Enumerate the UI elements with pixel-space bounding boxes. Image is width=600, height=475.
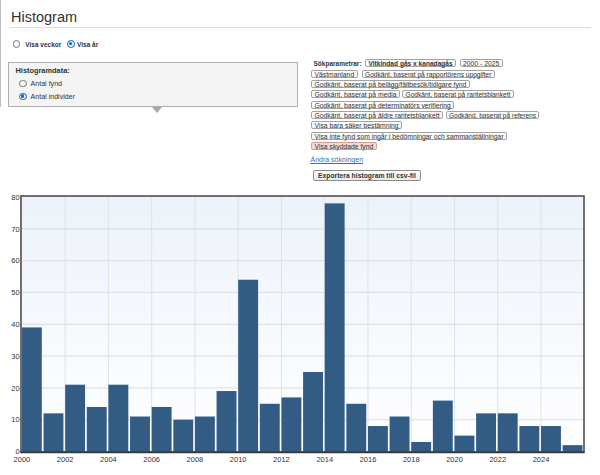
svg-text:20: 20	[11, 384, 19, 393]
svg-text:2024: 2024	[533, 455, 550, 464]
svg-text:60: 60	[11, 256, 19, 265]
svg-text:2022: 2022	[489, 455, 506, 464]
svg-text:2002: 2002	[57, 455, 74, 464]
svg-text:50: 50	[11, 288, 19, 297]
svg-text:2014: 2014	[316, 455, 333, 464]
svg-text:2018: 2018	[403, 455, 420, 464]
svg-text:30: 30	[11, 352, 19, 361]
svg-text:2000: 2000	[14, 455, 31, 464]
svg-text:2020: 2020	[446, 455, 463, 464]
svg-text:40: 40	[11, 320, 19, 329]
svg-text:2006: 2006	[143, 455, 160, 464]
svg-text:2010: 2010	[230, 455, 247, 464]
svg-text:2012: 2012	[273, 455, 290, 464]
svg-text:2016: 2016	[360, 455, 377, 464]
svg-text:70: 70	[11, 225, 19, 234]
svg-text:2004: 2004	[100, 455, 117, 464]
svg-text:10: 10	[11, 415, 19, 424]
svg-text:2008: 2008	[187, 455, 204, 464]
svg-text:80: 80	[11, 193, 19, 202]
